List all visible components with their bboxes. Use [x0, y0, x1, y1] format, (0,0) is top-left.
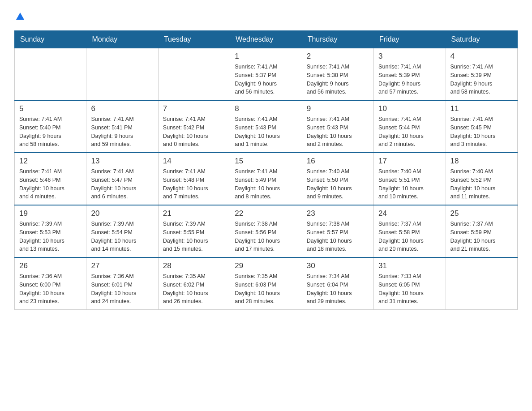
calendar-day-cell: 15Sunrise: 7:41 AM Sunset: 5:49 PM Dayli…: [230, 153, 302, 205]
day-info: Sunrise: 7:41 AM Sunset: 5:48 PM Dayligh…: [163, 167, 225, 201]
calendar-day-cell: 10Sunrise: 7:41 AM Sunset: 5:44 PM Dayli…: [374, 100, 446, 153]
page-header: [14, 11, 518, 21]
calendar-day-cell: 12Sunrise: 7:41 AM Sunset: 5:46 PM Dayli…: [15, 153, 86, 205]
calendar-day-cell: 5Sunrise: 7:41 AM Sunset: 5:40 PM Daylig…: [15, 100, 86, 153]
column-header-tuesday: Tuesday: [158, 31, 230, 48]
calendar-day-cell: 8Sunrise: 7:41 AM Sunset: 5:43 PM Daylig…: [230, 100, 302, 153]
calendar-day-cell: 16Sunrise: 7:40 AM Sunset: 5:50 PM Dayli…: [302, 153, 373, 205]
day-info: Sunrise: 7:41 AM Sunset: 5:46 PM Dayligh…: [19, 167, 82, 201]
day-number: 25: [450, 209, 513, 218]
day-info: Sunrise: 7:37 AM Sunset: 5:58 PM Dayligh…: [378, 220, 441, 253]
day-info: Sunrise: 7:36 AM Sunset: 6:00 PM Dayligh…: [19, 272, 82, 306]
calendar-day-cell: 6Sunrise: 7:41 AM Sunset: 5:41 PM Daylig…: [86, 100, 158, 153]
day-number: 16: [307, 157, 369, 166]
logo: [14, 11, 25, 21]
day-number: 24: [378, 209, 441, 218]
day-number: 8: [235, 104, 297, 113]
calendar-day-cell: 24Sunrise: 7:37 AM Sunset: 5:58 PM Dayli…: [374, 205, 446, 257]
day-info: Sunrise: 7:41 AM Sunset: 5:39 PM Dayligh…: [450, 63, 513, 96]
day-number: 10: [378, 104, 441, 113]
day-number: 2: [307, 52, 369, 61]
day-number: 14: [163, 157, 225, 166]
logo-triangle-icon: [15, 12, 25, 21]
calendar-day-cell: 7Sunrise: 7:41 AM Sunset: 5:42 PM Daylig…: [158, 100, 230, 153]
day-info: Sunrise: 7:33 AM Sunset: 6:05 PM Dayligh…: [378, 272, 441, 306]
day-number: 28: [163, 261, 225, 270]
day-info: Sunrise: 7:41 AM Sunset: 5:49 PM Dayligh…: [235, 167, 297, 201]
calendar-week-row: 12Sunrise: 7:41 AM Sunset: 5:46 PM Dayli…: [15, 153, 518, 205]
column-header-friday: Friday: [374, 31, 446, 48]
day-number: 18: [450, 157, 513, 166]
calendar-day-cell: 1Sunrise: 7:41 AM Sunset: 5:37 PM Daylig…: [230, 48, 302, 101]
day-info: Sunrise: 7:40 AM Sunset: 5:51 PM Dayligh…: [378, 167, 441, 201]
day-number: 20: [91, 209, 153, 218]
day-info: Sunrise: 7:39 AM Sunset: 5:55 PM Dayligh…: [163, 220, 225, 253]
svg-marker-0: [16, 13, 24, 20]
calendar-day-cell: 21Sunrise: 7:39 AM Sunset: 5:55 PM Dayli…: [158, 205, 230, 257]
day-info: Sunrise: 7:41 AM Sunset: 5:40 PM Dayligh…: [19, 115, 82, 149]
calendar-day-cell: 19Sunrise: 7:39 AM Sunset: 5:53 PM Dayli…: [15, 205, 86, 257]
calendar-day-cell: 2Sunrise: 7:41 AM Sunset: 5:38 PM Daylig…: [302, 48, 373, 101]
day-number: 31: [378, 261, 441, 270]
day-number: 11: [450, 104, 513, 113]
day-number: 19: [19, 209, 82, 218]
calendar-day-cell: 17Sunrise: 7:40 AM Sunset: 5:51 PM Dayli…: [374, 153, 446, 205]
column-header-wednesday: Wednesday: [230, 31, 302, 48]
calendar-day-cell: 22Sunrise: 7:38 AM Sunset: 5:56 PM Dayli…: [230, 205, 302, 257]
calendar-day-cell: [15, 48, 86, 101]
calendar-week-row: 5Sunrise: 7:41 AM Sunset: 5:40 PM Daylig…: [15, 100, 518, 153]
day-info: Sunrise: 7:41 AM Sunset: 5:37 PM Dayligh…: [235, 63, 297, 96]
calendar-day-cell: 26Sunrise: 7:36 AM Sunset: 6:00 PM Dayli…: [15, 257, 86, 310]
calendar-day-cell: 23Sunrise: 7:38 AM Sunset: 5:57 PM Dayli…: [302, 205, 373, 257]
column-header-sunday: Sunday: [15, 31, 86, 48]
day-number: 23: [307, 209, 369, 218]
column-header-thursday: Thursday: [302, 31, 373, 48]
day-number: 21: [163, 209, 225, 218]
calendar-table: SundayMondayTuesdayWednesdayThursdayFrid…: [14, 30, 518, 310]
calendar-day-cell: [86, 48, 158, 101]
day-number: 29: [235, 261, 297, 270]
calendar-day-cell: 27Sunrise: 7:36 AM Sunset: 6:01 PM Dayli…: [86, 257, 158, 310]
calendar-week-row: 1Sunrise: 7:41 AM Sunset: 5:37 PM Daylig…: [15, 48, 518, 101]
calendar-day-cell: 4Sunrise: 7:41 AM Sunset: 5:39 PM Daylig…: [446, 48, 517, 101]
calendar-day-cell: [158, 48, 230, 101]
day-info: Sunrise: 7:41 AM Sunset: 5:44 PM Dayligh…: [378, 115, 441, 149]
day-info: Sunrise: 7:39 AM Sunset: 5:54 PM Dayligh…: [91, 220, 153, 253]
calendar-day-cell: 13Sunrise: 7:41 AM Sunset: 5:47 PM Dayli…: [86, 153, 158, 205]
day-info: Sunrise: 7:35 AM Sunset: 6:02 PM Dayligh…: [163, 272, 225, 306]
calendar-day-cell: 30Sunrise: 7:34 AM Sunset: 6:04 PM Dayli…: [302, 257, 373, 310]
calendar-day-cell: 11Sunrise: 7:41 AM Sunset: 5:45 PM Dayli…: [446, 100, 517, 153]
day-number: 17: [378, 157, 441, 166]
calendar-week-row: 19Sunrise: 7:39 AM Sunset: 5:53 PM Dayli…: [15, 205, 518, 257]
day-number: 15: [235, 157, 297, 166]
calendar-day-cell: [446, 257, 517, 310]
day-info: Sunrise: 7:35 AM Sunset: 6:03 PM Dayligh…: [235, 272, 297, 306]
day-info: Sunrise: 7:41 AM Sunset: 5:41 PM Dayligh…: [91, 115, 153, 149]
day-info: Sunrise: 7:41 AM Sunset: 5:38 PM Dayligh…: [307, 63, 369, 96]
column-header-saturday: Saturday: [446, 31, 517, 48]
day-number: 4: [450, 52, 513, 61]
calendar-week-row: 26Sunrise: 7:36 AM Sunset: 6:00 PM Dayli…: [15, 257, 518, 310]
day-info: Sunrise: 7:37 AM Sunset: 5:59 PM Dayligh…: [450, 220, 513, 253]
day-info: Sunrise: 7:41 AM Sunset: 5:47 PM Dayligh…: [91, 167, 153, 201]
calendar-day-cell: 9Sunrise: 7:41 AM Sunset: 5:43 PM Daylig…: [302, 100, 373, 153]
calendar-day-cell: 18Sunrise: 7:40 AM Sunset: 5:52 PM Dayli…: [446, 153, 517, 205]
day-info: Sunrise: 7:41 AM Sunset: 5:39 PM Dayligh…: [378, 63, 441, 96]
day-number: 3: [378, 52, 441, 61]
day-info: Sunrise: 7:41 AM Sunset: 5:42 PM Dayligh…: [163, 115, 225, 149]
calendar-day-cell: 31Sunrise: 7:33 AM Sunset: 6:05 PM Dayli…: [374, 257, 446, 310]
day-info: Sunrise: 7:40 AM Sunset: 5:52 PM Dayligh…: [450, 167, 513, 201]
calendar-day-cell: 14Sunrise: 7:41 AM Sunset: 5:48 PM Dayli…: [158, 153, 230, 205]
day-info: Sunrise: 7:38 AM Sunset: 5:56 PM Dayligh…: [235, 220, 297, 253]
calendar-day-cell: 28Sunrise: 7:35 AM Sunset: 6:02 PM Dayli…: [158, 257, 230, 310]
day-info: Sunrise: 7:36 AM Sunset: 6:01 PM Dayligh…: [91, 272, 153, 306]
day-number: 7: [163, 104, 225, 113]
day-number: 1: [235, 52, 297, 61]
day-number: 12: [19, 157, 82, 166]
calendar-header-row: SundayMondayTuesdayWednesdayThursdayFrid…: [15, 31, 518, 48]
day-info: Sunrise: 7:34 AM Sunset: 6:04 PM Dayligh…: [307, 272, 369, 306]
day-info: Sunrise: 7:41 AM Sunset: 5:45 PM Dayligh…: [450, 115, 513, 149]
day-number: 26: [19, 261, 82, 270]
day-number: 6: [91, 104, 153, 113]
day-info: Sunrise: 7:41 AM Sunset: 5:43 PM Dayligh…: [235, 115, 297, 149]
